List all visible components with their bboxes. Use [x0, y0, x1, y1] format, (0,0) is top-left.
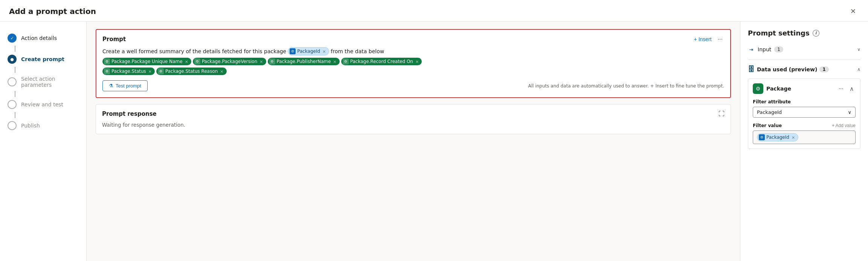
response-card-header: Prompt response ⛶	[102, 111, 725, 117]
input-arrow-icon: ⇥	[748, 46, 755, 53]
expand-button[interactable]: ⛶	[719, 111, 725, 117]
step-circle-select-params	[8, 77, 17, 86]
filter-attribute-dropdown[interactable]: PackageId ∨	[753, 107, 856, 118]
package-id-tag[interactable]: ⚙ PackageId ×	[288, 47, 329, 55]
step-circle-create-prompt: ●	[8, 55, 17, 64]
response-body: Waiting for response generation.	[102, 122, 725, 128]
tag-version-label: Package.PackageVersion	[202, 59, 257, 64]
step-label-action-details: Action details	[21, 35, 57, 41]
step-connector-1	[15, 46, 15, 52]
package-card: ⚙ Package ··· ∧ Filter attribute Package…	[748, 78, 860, 149]
prompt-footer: ⚗ Test prompt All inputs and data are au…	[102, 80, 724, 91]
dialog-header: Add a prompt action ✕	[0, 0, 868, 21]
tag-version[interactable]: ⚙ Package.PackageVersion ×	[193, 58, 266, 65]
tag-unique-name[interactable]: ⚙ Package.Package Unique Name ×	[102, 58, 191, 65]
tag-created-on-icon: ⚙	[343, 58, 349, 64]
steps-sidebar: ✓ Action details ● Create prompt Select …	[0, 21, 87, 261]
package-card-header: ⚙ Package ··· ∧	[753, 83, 856, 94]
test-prompt-button[interactable]: ⚗ Test prompt	[102, 80, 148, 91]
step-label-publish: Publish	[21, 123, 40, 129]
center-content: Prompt + Insert ··· Create a well formed…	[87, 21, 740, 261]
input-row[interactable]: ⇥ Input 1 ∨	[748, 45, 860, 54]
tag-status-reason-label: Package.Status Reason	[165, 69, 218, 74]
filter-attribute-chevron: ∨	[848, 109, 851, 115]
package-icon: ⚙	[753, 83, 763, 94]
response-section-title: Prompt response	[102, 111, 157, 117]
step-create-prompt[interactable]: ● Create prompt	[6, 52, 80, 67]
tag-unique-name-label: Package.Package Unique Name	[111, 59, 183, 64]
package-card-actions: ··· ∧	[837, 85, 856, 92]
prompt-card-header: Prompt + Insert ···	[102, 36, 724, 43]
dialog-title: Add a prompt action	[9, 7, 96, 16]
input-label: Input	[758, 46, 771, 52]
step-select-params[interactable]: Select action parameters	[6, 73, 80, 91]
tag-created-on[interactable]: ⚙ Package.Record Created On ×	[341, 58, 422, 65]
filter-value-tag-close[interactable]: ×	[792, 135, 795, 140]
data-used-chevron[interactable]: ∧	[857, 67, 860, 72]
step-connector-2	[15, 67, 15, 73]
step-circle-action-details: ✓	[8, 34, 17, 43]
step-action-details[interactable]: ✓ Action details	[6, 31, 80, 46]
tag-unique-name-close[interactable]: ×	[185, 59, 188, 64]
filter-value-input[interactable]: ⚙ PackageId ×	[753, 130, 856, 144]
step-circle-publish	[8, 121, 17, 130]
step-label-review-test: Review and test	[21, 101, 63, 107]
filter-value-field: Filter value + Add value ⚙ PackageId ×	[753, 123, 856, 144]
filter-value-tag-icon: ⚙	[759, 134, 765, 140]
prompt-card: Prompt + Insert ··· Create a well formed…	[96, 29, 731, 98]
package-id-tag-label: PackageId	[297, 49, 320, 54]
right-sidebar: Prompt settings i ⇥ Input 1 ∨ 🗄 Data use…	[740, 21, 868, 261]
tag-publisher[interactable]: ⚙ Package.PublisherName ×	[268, 58, 340, 65]
filter-value-tag-label: PackageId	[766, 135, 789, 140]
prompt-line-1: Create a well formed summary of the deta…	[102, 47, 724, 55]
package-collapse-button[interactable]: ∧	[848, 85, 856, 92]
info-icon: i	[813, 30, 819, 37]
close-button[interactable]: ✕	[847, 5, 859, 17]
package-id-tag-close[interactable]: ×	[322, 49, 326, 54]
test-prompt-label: Test prompt	[116, 83, 141, 89]
response-card: Prompt response ⛶ Waiting for response g…	[96, 104, 731, 134]
data-used-section: 🗄 Data used (preview) 1 ∧ ⚙ Package ··· …	[748, 65, 860, 149]
tag-created-on-close[interactable]: ×	[415, 59, 419, 64]
add-value-button[interactable]: + Add value	[832, 123, 856, 128]
tag-unique-name-icon: ⚙	[104, 58, 110, 64]
settings-title: Prompt settings	[748, 29, 810, 37]
filter-value-tag[interactable]: ⚙ PackageId ×	[757, 133, 798, 141]
prompt-tags-line-1: ⚙ Package.Package Unique Name × ⚙ Packag…	[102, 58, 724, 65]
filter-value-header-row: Filter value + Add value	[753, 123, 856, 128]
data-used-label: Data used (preview)	[757, 66, 817, 72]
tag-status-label: Package.Status	[111, 69, 146, 74]
step-label-create-prompt: Create prompt	[21, 56, 64, 62]
tag-publisher-icon: ⚙	[269, 58, 275, 64]
tag-status-icon: ⚙	[104, 68, 110, 74]
input-row-label: ⇥ Input 1	[748, 46, 783, 53]
tag-publisher-close[interactable]: ×	[333, 59, 337, 64]
tag-publisher-label: Package.PublisherName	[277, 59, 331, 64]
input-chevron-icon: ∨	[857, 47, 860, 52]
filter-value-label: Filter value	[753, 123, 782, 128]
tag-status[interactable]: ⚙ Package.Status ×	[102, 68, 155, 75]
insert-button[interactable]: + Insert	[694, 36, 712, 42]
settings-header: Prompt settings i	[748, 29, 860, 37]
tag-version-icon: ⚙	[194, 58, 200, 64]
step-connector-4	[15, 112, 15, 118]
step-label-select-params: Select action parameters	[21, 76, 79, 88]
step-review-test[interactable]: Review and test	[6, 97, 80, 112]
filter-attribute-value: PackageId	[757, 109, 782, 115]
database-icon: 🗄	[748, 65, 755, 73]
prompt-hint-text: All inputs and data are automatically us…	[528, 83, 724, 89]
data-used-header: 🗄 Data used (preview) 1 ∧	[748, 65, 860, 73]
tag-status-reason-icon: ⚙	[158, 68, 164, 74]
input-section: ⇥ Input 1 ∨	[748, 45, 860, 60]
tag-version-close[interactable]: ×	[259, 59, 263, 64]
prompt-more-button[interactable]: ···	[716, 36, 724, 43]
tag-status-reason[interactable]: ⚙ Package.Status Reason ×	[156, 68, 227, 75]
data-used-badge: 1	[819, 66, 828, 72]
step-publish[interactable]: Publish	[6, 118, 80, 133]
package-more-button[interactable]: ···	[837, 85, 845, 92]
step-connector-3	[15, 91, 15, 97]
package-name-row: ⚙ Package	[753, 83, 791, 94]
tag-status-reason-close[interactable]: ×	[220, 69, 223, 74]
tag-status-close[interactable]: ×	[148, 69, 152, 74]
prompt-text-after: from the data below	[331, 48, 384, 54]
